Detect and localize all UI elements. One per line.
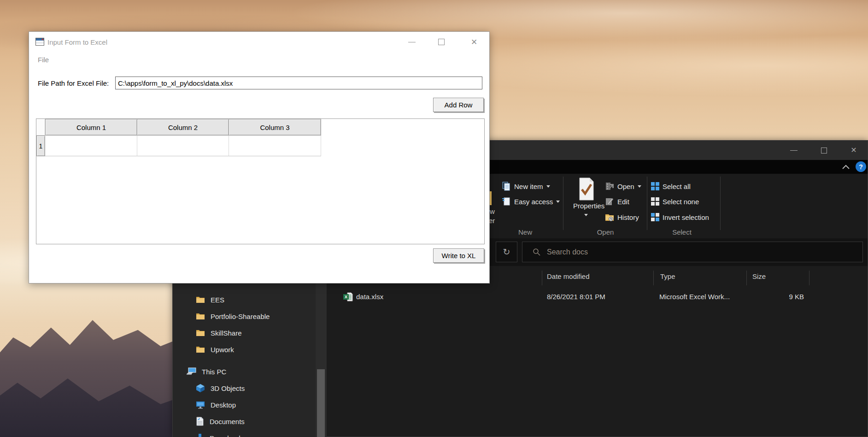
svg-text:X: X	[345, 295, 347, 299]
open-button[interactable]: Open	[605, 180, 641, 192]
refresh-icon: ↻	[503, 247, 510, 257]
navigation-pane: EES Portfolio-Shareable SkillShare Upwor…	[173, 266, 316, 437]
ribbon-group-open: Open	[571, 228, 640, 237]
sidebar-item-skillshare[interactable]: SkillShare	[173, 325, 316, 340]
chevron-down-icon	[638, 185, 641, 188]
close-icon: ✕	[850, 147, 856, 154]
table-cell-r1c2[interactable]	[137, 136, 229, 156]
refresh-button[interactable]: ↻	[496, 242, 517, 262]
app-window-icon	[35, 38, 44, 46]
sidebar-item-documents[interactable]: Documents	[173, 414, 316, 429]
table-header-column-3: Column 3	[229, 119, 321, 136]
window-title: Input Form to Excel	[47, 38, 107, 46]
computer-icon	[186, 367, 197, 376]
file-path-input[interactable]	[115, 77, 482, 89]
ribbon-group-select: Select	[647, 228, 716, 237]
select-none-icon	[651, 197, 659, 206]
input-form-to-excel-window: Input Form to Excel ✕ File File Path for…	[29, 31, 490, 283]
history-button[interactable]: History	[605, 211, 639, 223]
sidebar-item-label: This PC	[202, 368, 226, 376]
select-all-button[interactable]: Select all	[651, 180, 691, 192]
invert-selection-label: Invert selection	[663, 213, 709, 221]
history-icon	[605, 213, 614, 222]
file-size: 9 KB	[746, 293, 804, 304]
easy-access-button[interactable]: Easy access	[502, 195, 560, 207]
form-maximize-button[interactable]	[431, 32, 452, 52]
search-icon	[533, 248, 540, 256]
maximize-icon	[438, 39, 445, 45]
new-folder-icon-sliver	[490, 191, 492, 205]
folder-icon	[196, 329, 205, 337]
add-row-button[interactable]: Add Row	[433, 98, 484, 112]
form-minimize-button[interactable]	[402, 32, 422, 52]
edit-button[interactable]: Edit	[605, 195, 629, 207]
sidebar-item-downloads[interactable]: Downloads	[173, 431, 316, 437]
ribbon-group-new: New	[491, 228, 560, 237]
close-icon: ✕	[471, 38, 477, 46]
sidebar-item-label: SkillShare	[211, 329, 242, 337]
column-header-type[interactable]: Type	[660, 272, 675, 283]
minimize-icon	[408, 42, 416, 42]
search-box[interactable]	[522, 242, 863, 262]
sidebar-item-desktop[interactable]: Desktop	[173, 397, 316, 412]
excel-file-icon: X	[343, 292, 353, 301]
column-separator[interactable]	[653, 271, 654, 285]
open-icon	[605, 182, 614, 191]
table-cell-r1c3[interactable]	[229, 136, 321, 156]
sidebar-item-this-pc[interactable]: This PC	[173, 364, 316, 379]
explorer-close-button[interactable]: ✕	[841, 141, 867, 160]
ribbon-separator	[720, 177, 721, 230]
file-name: data.xlsx	[356, 293, 383, 304]
column-header-size[interactable]: Size	[752, 272, 766, 283]
select-none-label: Select none	[663, 198, 699, 206]
file-date-modified: 8/26/2021 8:01 PM	[547, 293, 605, 304]
invert-selection-button[interactable]: Invert selection	[651, 211, 709, 223]
sidebar-item-label: EES	[211, 296, 224, 304]
search-input[interactable]	[547, 248, 823, 256]
sidebar-item-portfolio-shareable[interactable]: Portfolio-Shareable	[173, 309, 316, 324]
column-header-date-modified[interactable]: Date modified	[547, 272, 590, 283]
menu-file[interactable]: File	[35, 54, 52, 65]
edit-icon	[605, 197, 614, 206]
document-icon	[196, 417, 204, 426]
history-label: History	[617, 213, 639, 221]
column-separator[interactable]	[746, 271, 747, 285]
column-separator[interactable]	[542, 271, 542, 285]
form-close-button[interactable]: ✕	[464, 32, 484, 52]
table-header-column-2: Column 2	[137, 119, 229, 136]
chevron-down-icon	[556, 201, 560, 203]
new-item-icon	[502, 182, 511, 191]
ribbon-separator	[647, 177, 647, 230]
properties-button[interactable]: Properties	[573, 177, 599, 220]
minimize-icon	[790, 150, 798, 151]
table-header-column-1: Column 1	[45, 119, 137, 136]
new-item-label: New item	[514, 183, 543, 190]
explorer-minimize-button[interactable]	[781, 141, 807, 160]
help-button[interactable]: ?	[856, 161, 866, 172]
sidebar-scrollbar-track[interactable]	[316, 266, 327, 437]
sidebar-item-3d-objects[interactable]: 3D Objects	[173, 381, 316, 396]
sidebar-item-label: Desktop	[211, 401, 236, 409]
write-to-xl-button[interactable]: Write to XL	[433, 248, 484, 263]
sidebar-item-ees[interactable]: EES	[173, 292, 316, 307]
column-separator[interactable]	[809, 271, 809, 285]
sidebar-item-upwork[interactable]: Upwork	[173, 342, 316, 357]
select-all-label: Select all	[663, 183, 691, 190]
folder-icon	[196, 313, 205, 320]
select-none-button[interactable]: Select none	[651, 195, 699, 207]
maximize-icon	[821, 148, 827, 154]
chevron-down-icon	[546, 185, 550, 188]
table-cell-r1c1[interactable]	[45, 136, 137, 156]
table-row-header: 1	[36, 136, 45, 156]
new-item-button[interactable]: New item	[502, 180, 550, 192]
sidebar-item-label: Documents	[210, 418, 245, 425]
chevron-up-icon	[842, 165, 850, 169]
edit-label: Edit	[617, 198, 629, 206]
explorer-maximize-button[interactable]	[811, 141, 837, 160]
cube-icon	[196, 384, 205, 393]
folder-icon	[196, 296, 205, 303]
collapse-ribbon-button[interactable]	[840, 162, 852, 171]
sidebar-item-label: Portfolio-Shareable	[211, 313, 270, 320]
sidebar-scrollbar-thumb[interactable]	[317, 369, 325, 437]
file-row-data-xlsx[interactable]: X data.xlsx 8/26/2021 8:01 PM Microsoft …	[342, 291, 858, 305]
